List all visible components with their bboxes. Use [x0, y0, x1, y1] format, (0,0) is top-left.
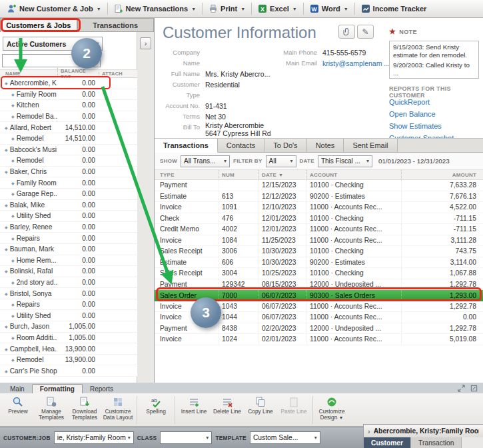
- customer-row[interactable]: Repairs 0.00: [0, 299, 137, 311]
- collapse-icon[interactable]: [458, 385, 465, 392]
- customer-row[interactable]: Baker, Chris 0.00: [0, 167, 137, 178]
- main-email-link[interactable]: kristy@samplenam ...: [322, 58, 390, 69]
- link-show-estimates[interactable]: Show Estimates: [389, 120, 454, 132]
- date-filter-select[interactable]: This Fiscal ... ▾: [318, 155, 372, 167]
- tab-sent-email[interactable]: Sent Email: [344, 139, 397, 152]
- customer-row[interactable]: Home Rem... 0.00: [0, 255, 137, 267]
- transaction-row[interactable]: Payment 12/15/2023 10100 · Checking 7,63…: [155, 180, 483, 191]
- customer-row[interactable]: Remodel 0.00: [0, 155, 137, 167]
- customer-name: Utility Shed: [0, 212, 57, 219]
- transaction-row[interactable]: Invoice 1043 06/07/2023 11000 · Accounts…: [155, 301, 483, 313]
- new-customer-job-button[interactable]: New Customer & Job ▼: [3, 1, 106, 16]
- word-button[interactable]: W Word ▼: [305, 1, 353, 16]
- transaction-row[interactable]: Check 476 12/01/2023 10100 · Checking -7…: [155, 213, 483, 225]
- collapse-panel-button[interactable]: ›: [140, 37, 151, 49]
- download-templates-button[interactable]: Download Templates: [68, 395, 101, 421]
- customer-row[interactable]: Kitchen 0.00: [0, 100, 137, 111]
- col-date[interactable]: DATE▼: [258, 170, 306, 179]
- customer-row[interactable]: Family Room 0.00: [0, 177, 137, 189]
- customer-row[interactable]: Room Additi... 1,005.00: [0, 333, 137, 344]
- col-attach[interactable]: ATTACH: [99, 71, 137, 77]
- link-quickreport[interactable]: QuickReport: [389, 96, 454, 108]
- tab-transactions[interactable]: Transactions: [155, 139, 218, 153]
- new-transactions-button[interactable]: New Transactions ▼: [109, 1, 201, 16]
- customer-row[interactable]: Barley, Renee 0.00: [0, 222, 137, 233]
- customer-search-input[interactable]: [2, 54, 101, 67]
- customer-row[interactable]: Burch, Jason 1,005.00: [0, 321, 137, 333]
- customer-name: Repairs: [0, 235, 57, 242]
- excel-button[interactable]: X Excel ▼: [253, 1, 302, 16]
- customer-row[interactable]: Campbell, Hea... 13,900.00: [0, 343, 137, 355]
- transaction-row[interactable]: Sales Receipt 3006 10/30/2023 10100 · Ch…: [155, 246, 483, 257]
- preview-button[interactable]: Preview: [1, 395, 35, 415]
- tab-transactions-left[interactable]: Transactions: [77, 18, 155, 32]
- expand-icon[interactable]: [470, 385, 478, 392]
- transaction-row[interactable]: Invoice 1024 02/01/2023 11000 · Accounts…: [155, 334, 483, 345]
- customer-row[interactable]: Allard, Robert 14,510.00: [0, 122, 137, 133]
- customer-row[interactable]: Utility Shed 0.00: [0, 310, 137, 321]
- spelling-button[interactable]: ab Spelling: [139, 395, 173, 415]
- transaction-row[interactable]: Credit Memo 4002 12/01/2023 11000 · Acco…: [155, 224, 483, 235]
- paste-line-button[interactable]: Paste Line: [277, 395, 310, 415]
- customer-row[interactable]: Repairs 0.00: [0, 233, 137, 244]
- customer-row[interactable]: Remodel 13,900.00: [0, 355, 137, 366]
- delete-line-button[interactable]: Delete Line: [211, 395, 244, 415]
- note-flag-icon: ★: [389, 27, 396, 36]
- transaction-row[interactable]: Sales Receipt 3004 10/25/2023 10100 · Ch…: [155, 268, 483, 279]
- note-box[interactable]: 9/15/2003: Send Kristy estimate for den …: [389, 41, 479, 79]
- copy-line-button[interactable]: Copy Line: [244, 395, 277, 415]
- customer-row[interactable]: Carr's Pie Shop 0.00: [0, 365, 137, 377]
- template-select[interactable]: Custom Sale... ▾: [250, 431, 320, 444]
- customer-name: Baker, Chris: [0, 168, 57, 175]
- col-num[interactable]: NUM: [219, 170, 258, 179]
- active-customers-select[interactable]: Active Customers ▾: [3, 37, 103, 51]
- transaction-row[interactable]: Invoice 1084 11/25/2023 11000 · Accounts…: [155, 235, 483, 247]
- manage-templates-button[interactable]: Manage Templates: [35, 395, 68, 421]
- job-panel-header[interactable]: › Abercrombie, Kristy:Family Room: [364, 425, 483, 437]
- customer-row[interactable]: 2nd story ad... 0.00: [0, 277, 137, 289]
- tab-formatting[interactable]: Formatting: [32, 384, 83, 393]
- customer-row[interactable]: Bristol, Sonya 0.00: [0, 288, 137, 299]
- customer-row[interactable]: Bolinski, Rafal 0.00: [0, 266, 137, 277]
- tab-main[interactable]: Main: [3, 385, 32, 393]
- col-type[interactable]: TYPE: [155, 172, 219, 178]
- customer-row[interactable]: Utility Shed 0.00: [0, 211, 137, 222]
- customer-job-select[interactable]: ie, Kristy:Family Room ▾: [54, 431, 134, 444]
- transaction-row[interactable]: Estimate 613 12/12/2023 90200 · Estimate…: [155, 191, 483, 203]
- customer-row[interactable]: Remodel 14,510.00: [0, 133, 137, 145]
- tab-notes[interactable]: Notes: [307, 139, 344, 152]
- col-name[interactable]: NAME: [0, 71, 57, 77]
- transaction-row[interactable]: Invoice 1044 06/07/2023 11000 · Accounts…: [155, 312, 483, 323]
- filterby-select[interactable]: All ▾: [266, 155, 296, 167]
- customer-row[interactable]: Abercrombie, K... 0.00: [0, 78, 137, 89]
- customize-data-layout-button[interactable]: Customize Data Layout: [101, 395, 135, 421]
- tab-transaction[interactable]: Transaction: [411, 437, 462, 448]
- edit-customer-button[interactable]: ✎: [357, 25, 374, 39]
- customize-design-button[interactable]: Customize Design ▼: [315, 395, 348, 421]
- customer-row[interactable]: Bauman, Mark 0.00: [0, 244, 137, 255]
- tab-contacts[interactable]: Contacts: [218, 139, 264, 152]
- tab-customer[interactable]: Customer: [364, 437, 411, 448]
- customer-row[interactable]: Remodel Ba... 0.00: [0, 111, 137, 123]
- show-filter-select[interactable]: All Trans... ▾: [181, 155, 230, 167]
- col-amount[interactable]: AMOUNT: [401, 170, 483, 179]
- customer-row[interactable]: Family Room 0.00: [0, 89, 137, 101]
- class-select[interactable]: ▾: [160, 431, 212, 444]
- tab-todos[interactable]: To Do's: [264, 139, 306, 152]
- col-account[interactable]: ACCOUNT: [306, 170, 401, 179]
- transaction-row[interactable]: Invoice 1091 12/10/2023 11000 · Accounts…: [155, 202, 483, 213]
- transaction-row[interactable]: Payment 129342 08/15/2023 12000 · Undepo…: [155, 279, 483, 291]
- transaction-row[interactable]: Sales Order 7000 06/07/2023 90300 · Sale…: [155, 290, 483, 301]
- customer-row[interactable]: Babcock's Musi... 0.00: [0, 145, 137, 156]
- tab-reports[interactable]: Reports: [83, 385, 121, 393]
- transaction-row[interactable]: Payment 8438 02/20/2023 12000 · Undeposi…: [155, 323, 483, 335]
- link-open-balance[interactable]: Open Balance: [389, 108, 454, 120]
- insert-line-button[interactable]: Insert Line: [177, 395, 211, 415]
- print-button[interactable]: Print ▼: [204, 1, 250, 16]
- customer-row[interactable]: Balak, Mike 0.00: [0, 200, 137, 211]
- attach-file-button[interactable]: [338, 25, 355, 39]
- tab-customers-jobs[interactable]: Customers & Jobs: [0, 18, 77, 32]
- income-tracker-button[interactable]: Income Tracker: [356, 1, 432, 16]
- transaction-row[interactable]: Estimate 606 10/30/2023 90200 · Estimate…: [155, 257, 483, 269]
- customer-row[interactable]: Garage Rep... 0.00: [0, 189, 137, 200]
